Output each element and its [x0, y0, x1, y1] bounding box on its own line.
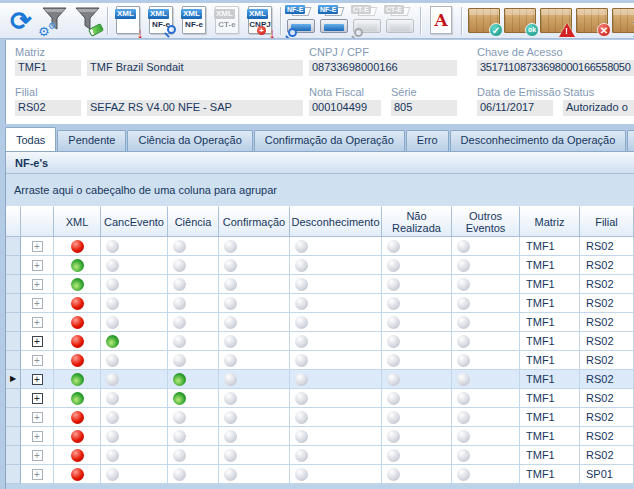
xml-nfe-view-button[interactable]: XMLNF-e	[146, 5, 176, 36]
table-row[interactable]: TMF1RS02	[6, 237, 634, 256]
led-cell-outros-eventos	[452, 275, 520, 294]
status-led-red	[71, 316, 84, 329]
expand-row-button[interactable]	[32, 469, 43, 480]
chave-acesso-field[interactable]: 35171108733698000166558050	[477, 60, 634, 76]
led-cell-outros-eventos	[452, 351, 520, 370]
status-field[interactable]: Autorizado o	[563, 100, 634, 116]
status-led-gray	[173, 354, 186, 367]
matriz-name-field[interactable]: TMF Brazil Sondait	[87, 60, 303, 76]
status-led-gray	[173, 259, 186, 272]
table-row[interactable]: TMF1RS02	[6, 332, 634, 351]
header-expand	[21, 206, 54, 237]
status-led-gray	[457, 316, 470, 329]
led-cell-xml	[54, 332, 101, 351]
expand-row-button[interactable]	[32, 374, 43, 385]
expand-cell	[21, 465, 54, 484]
header-xml[interactable]: XML	[54, 206, 101, 237]
table-row[interactable]: TMF1RS02	[6, 275, 634, 294]
table-row[interactable]: TMF1RS02	[6, 427, 634, 446]
box-error-button[interactable]: ✕	[575, 5, 609, 36]
table-row[interactable]: TMF1RS02	[6, 389, 634, 408]
led-cell-cancevento	[101, 237, 168, 256]
table-row[interactable]: TMF1RS02	[6, 351, 634, 370]
print-nfe-button[interactable]: NF-E	[319, 5, 349, 36]
tab-ciencia-da-operacao[interactable]: Ciência da Operação	[127, 130, 252, 151]
filter-clear-button[interactable]	[72, 5, 102, 36]
pdf-export-button[interactable]: A	[426, 5, 456, 36]
header-cancevento[interactable]: CancEvento	[101, 206, 168, 237]
header-desconhecimento[interactable]: Desconhecimento	[290, 206, 382, 237]
xml-nfe-button[interactable]: XMLNF-e	[179, 5, 209, 36]
expand-row-button[interactable]	[32, 431, 43, 442]
table-row[interactable]: TMF1RS02	[6, 256, 634, 275]
tab-confirmacao-da-operacao[interactable]: Confirmação da Operação	[254, 130, 405, 151]
warning-badge-icon: !	[559, 23, 575, 37]
header-filial[interactable]: Filial	[580, 206, 634, 237]
led-cell-confirmacao	[219, 275, 290, 294]
serie-field[interactable]: 805	[391, 100, 457, 116]
status-led-gray	[173, 468, 186, 481]
expand-row-button[interactable]	[32, 241, 43, 252]
expand-row-button[interactable]	[32, 450, 43, 461]
status-led-gray	[387, 240, 400, 253]
status-led-gray	[457, 468, 470, 481]
data-emissao-field[interactable]: 06/11/2017	[477, 100, 553, 116]
box-authorized-button[interactable]: ✓	[467, 5, 501, 36]
print-nfe-preview-button[interactable]: NF-E	[286, 5, 316, 36]
matriz-cell: TMF1	[520, 370, 580, 389]
table-row[interactable]: TMF1SP01	[6, 465, 634, 484]
status-led-gray	[106, 468, 119, 481]
led-cell-cancevento	[101, 370, 168, 389]
expand-row-button[interactable]	[32, 412, 43, 423]
expand-row-button[interactable]	[32, 355, 43, 366]
tab-operacao-nao-realizada[interactable]: Operação Não Realizada	[627, 130, 634, 151]
header-confirmacao[interactable]: Confirmação	[219, 206, 290, 237]
status-led-gray	[106, 297, 119, 310]
tab-todas[interactable]: Todas	[5, 127, 56, 151]
box-warning-button[interactable]: !	[539, 5, 573, 36]
header-matriz[interactable]: Matriz	[520, 206, 580, 237]
header-nao-realizada[interactable]: Não Realizada	[382, 206, 452, 237]
box-ok-button[interactable]: ok	[503, 5, 537, 36]
status-led-gray	[224, 240, 237, 253]
expand-row-button[interactable]	[32, 336, 43, 347]
xml-cnpj-download-button[interactable]: XMLCNPJ+↓	[245, 5, 275, 36]
tab-desconhecimento-da-operacao[interactable]: Desconhecimento da Operação	[450, 130, 627, 151]
header-outros-eventos[interactable]: Outros Eventos	[452, 206, 520, 237]
tab-erro[interactable]: Erro	[406, 130, 449, 151]
group-by-drop-zone[interactable]: Arraste aqui o cabeçalho de uma coluna p…	[6, 174, 634, 206]
expand-row-button[interactable]	[32, 393, 43, 404]
tab-pendente[interactable]: Pendente	[57, 130, 126, 151]
table-row[interactable]: TMF1RS02	[6, 408, 634, 427]
expand-row-button[interactable]	[32, 317, 43, 328]
filter-settings-button[interactable]: ⚙⚙	[39, 5, 69, 36]
table-row[interactable]: TMF1RS02	[6, 294, 634, 313]
expand-row-button[interactable]	[32, 279, 43, 290]
box-waiting-button[interactable]	[611, 5, 634, 36]
status-led-gray	[387, 468, 400, 481]
table-row[interactable]: ▶TMF1RS02	[6, 370, 634, 389]
matriz-code-field[interactable]: TMF1	[15, 60, 81, 76]
expand-row-button[interactable]	[32, 260, 43, 271]
status-led-gray	[224, 316, 237, 329]
table-row[interactable]: TMF1RS02	[6, 446, 634, 465]
filial-cell: RS02	[580, 256, 634, 275]
header-ciencia[interactable]: Ciência	[168, 206, 219, 237]
toolbar-separator	[107, 7, 108, 35]
expand-cell	[21, 275, 54, 294]
led-cell-confirmacao	[219, 351, 290, 370]
status-led-gray	[457, 449, 470, 462]
status-led-gray	[387, 354, 400, 367]
led-cell-confirmacao	[219, 237, 290, 256]
filial-code-field[interactable]: RS02	[15, 100, 81, 116]
expand-row-button[interactable]	[32, 298, 43, 309]
nota-fiscal-field[interactable]: 000104499	[309, 100, 381, 116]
refresh-button[interactable]: ⟳	[6, 5, 36, 36]
refresh-icon: ⟳	[6, 5, 36, 36]
filial-name-field[interactable]: SEFAZ RS V4.00 NFE - SAP	[87, 100, 303, 116]
cnpj-field[interactable]: 08733698000166	[309, 60, 457, 76]
status-led-gray	[173, 297, 186, 310]
xml-download-button[interactable]: XML↓	[113, 5, 143, 36]
table-row[interactable]: TMF1RS02	[6, 313, 634, 332]
led-cell-outros-eventos	[452, 446, 520, 465]
